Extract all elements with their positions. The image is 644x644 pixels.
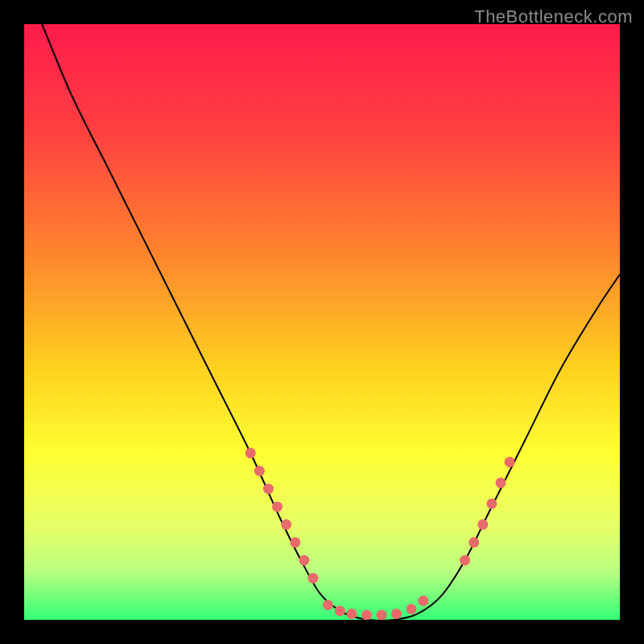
data-dot bbox=[407, 604, 417, 614]
data-dot bbox=[418, 596, 428, 606]
data-dot bbox=[496, 477, 506, 488]
plot-area bbox=[24, 24, 620, 620]
data-dot bbox=[347, 609, 357, 619]
data-dot bbox=[505, 456, 515, 467]
data-dot bbox=[477, 519, 488, 530]
data-dot bbox=[335, 605, 345, 616]
data-dot bbox=[377, 610, 387, 620]
data-dot bbox=[246, 448, 256, 458]
data-dot bbox=[323, 600, 333, 610]
bottleneck-chart bbox=[24, 24, 620, 620]
data-dot bbox=[254, 466, 265, 477]
data-dot bbox=[486, 498, 497, 509]
chart-container: TheBottleneck.com bbox=[0, 0, 644, 644]
data-dot bbox=[290, 537, 300, 547]
data-dot bbox=[308, 573, 318, 584]
watermark-text: TheBottleneck.com bbox=[474, 6, 633, 27]
data-dot bbox=[272, 502, 283, 512]
data-dot bbox=[361, 610, 372, 620]
data-dot bbox=[281, 519, 291, 530]
data-dot bbox=[469, 537, 479, 547]
data-dot bbox=[299, 555, 309, 566]
gradient-background bbox=[24, 24, 620, 620]
data-dot bbox=[391, 609, 402, 619]
data-dot bbox=[263, 484, 274, 494]
data-dot bbox=[460, 555, 470, 566]
